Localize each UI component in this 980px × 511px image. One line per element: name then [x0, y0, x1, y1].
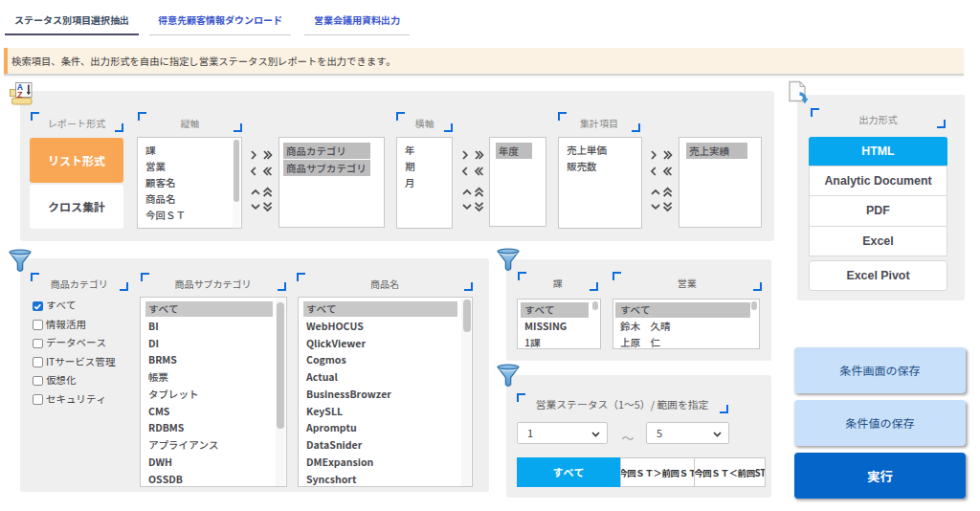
svg-text:Z: Z: [17, 88, 23, 100]
